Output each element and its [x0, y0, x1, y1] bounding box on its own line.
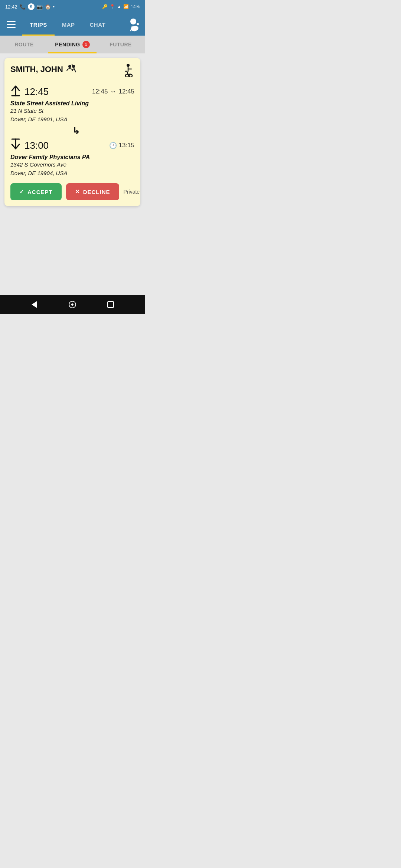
svg-point-11 [129, 74, 132, 77]
trip-card: SMITH, JOHN [4, 58, 140, 206]
checkmark-icon: ✓ [19, 188, 25, 195]
tab-chat[interactable]: CHAT [82, 13, 113, 36]
clock-icon: 🕐 [109, 142, 117, 149]
instagram-icon: 📷 [37, 4, 43, 10]
tab-trips[interactable]: TRIPS [22, 13, 55, 36]
pickup-time-range: 12:45 ↔ 12:45 [92, 88, 134, 95]
svg-rect-19 [108, 302, 114, 308]
pickup-window-start: 12:45 [92, 88, 108, 95]
status-bar: 12:42 📞 S 📷 🏠 • 🔑 📍 ▲ 📶 14% [0, 0, 145, 13]
dropoff-address1: 1342 S Governors Ave [10, 161, 134, 169]
user-avatar[interactable] [125, 17, 141, 32]
subtab-route[interactable]: ROUTE [0, 36, 48, 53]
dropoff-time: 13:00 [25, 140, 49, 151]
key-icon: 🔑 [102, 4, 108, 9]
svg-point-0 [130, 19, 136, 24]
svg-point-18 [71, 303, 74, 306]
decline-button[interactable]: ✕ DECLINE [66, 183, 119, 200]
dropoff-eta: 🕐 13:15 [109, 142, 134, 149]
bottom-nav [0, 295, 145, 314]
private-label: Private [124, 189, 140, 195]
back-button[interactable] [27, 298, 41, 311]
accept-button[interactable]: ✓ ACCEPT [10, 183, 62, 200]
x-icon: ✕ [75, 188, 80, 195]
pickup-address2: Dover, DE 19901, USA [10, 115, 134, 124]
pickup-arrow-icon [10, 85, 21, 99]
location-icon: 📍 [110, 4, 115, 9]
dot-icon: • [53, 4, 55, 10]
tab-map[interactable]: MAP [55, 13, 82, 36]
dropoff-address2: Dover, DE 19904, USA [10, 169, 134, 178]
dropoff-row: 13:00 🕐 13:15 [10, 138, 134, 152]
card-header: SMITH, JOHN [10, 64, 134, 80]
s-icon: S [28, 3, 35, 10]
home-button[interactable] [66, 298, 79, 311]
time-display: 12:42 [5, 4, 17, 10]
sub-tabs: ROUTE PENDING 1 FUTURE [0, 36, 145, 53]
dropoff-location-name: Dover Family Physicians PA [10, 154, 134, 161]
recents-button[interactable] [104, 298, 117, 311]
svg-point-3 [137, 23, 139, 25]
hamburger-menu[interactable] [4, 18, 19, 31]
svg-marker-16 [32, 301, 37, 308]
action-buttons: ✓ ACCEPT ✕ DECLINE Private [10, 183, 134, 200]
no-group-icon [66, 64, 76, 75]
passenger-name: SMITH, JOHN [10, 64, 76, 75]
call-icon: 📞 [20, 4, 26, 10]
signal-icon: 📶 [123, 4, 129, 9]
subtab-future[interactable]: FUTURE [97, 36, 145, 53]
wheelchair-icon [122, 64, 134, 80]
dropoff-location: Dover Family Physicians PA 1342 S Govern… [10, 154, 134, 177]
content-area: SMITH, JOHN [0, 53, 145, 295]
pickup-location: State Street Assisted Living 21 N State … [10, 100, 134, 124]
connector-arrow-icon: ↳ [72, 126, 134, 135]
dropoff-eta-time: 13:15 [118, 142, 134, 149]
wifi-icon: ▲ [117, 4, 121, 9]
pickup-address1: 21 N State St [10, 107, 134, 115]
pickup-window-end: 12:45 [118, 88, 134, 95]
pickup-time: 12:45 [25, 86, 49, 98]
home-icon: 🏠 [45, 4, 51, 10]
status-right: 🔑 📍 ▲ 📶 14% [102, 4, 140, 9]
status-left: 12:42 📞 S 📷 🏠 • [5, 3, 55, 10]
battery-display: 14% [131, 4, 140, 9]
svg-point-4 [68, 65, 71, 68]
subtab-pending[interactable]: PENDING 1 [48, 36, 97, 53]
pickup-location-name: State Street Assisted Living [10, 100, 134, 107]
pending-badge: 1 [82, 41, 90, 48]
pickup-row: 12:45 12:45 ↔ 12:45 [10, 85, 134, 99]
nav-tabs: TRIPS MAP CHAT [22, 13, 125, 36]
svg-point-10 [125, 74, 128, 77]
nav-bar: TRIPS MAP CHAT [0, 13, 145, 36]
arrow-both-icon: ↔ [110, 88, 116, 95]
dropoff-arrow-icon [10, 138, 21, 152]
